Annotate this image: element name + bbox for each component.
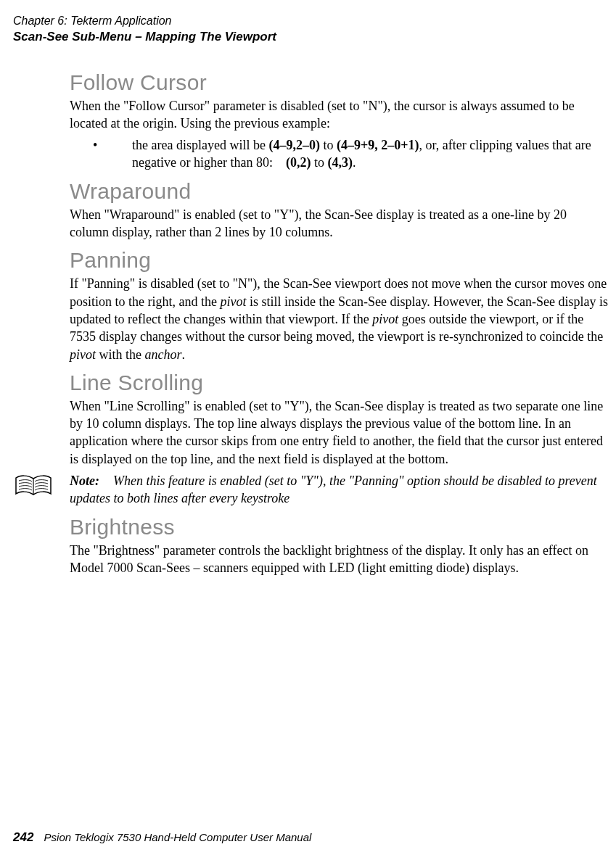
book-title: Psion Teklogix 7530 Hand-Held Computer U… xyxy=(44,831,312,843)
note-block: Note:When this feature is enabled (set t… xyxy=(13,472,608,508)
note-text: When this feature is enabled (set to "Y"… xyxy=(70,474,597,505)
running-head-chapter: Chapter 6: Tekterm Application xyxy=(13,13,608,29)
text-fragment: the area displayed will be xyxy=(132,138,268,152)
italic-anchor: anchor xyxy=(145,347,182,362)
text-fragment: . xyxy=(353,155,356,170)
bold-coords-3: (0,2) xyxy=(286,155,311,170)
page-number: 242 xyxy=(13,830,33,844)
bullet-text: the area displayed will be (4–9,2–0) to … xyxy=(132,136,608,172)
bold-coords-2: (4–9+9, 2–0+1) xyxy=(337,138,419,152)
running-head-section: Scan-See Sub-Menu – Mapping The Viewport xyxy=(13,29,608,46)
para-line-scrolling-1: When "Line Scrolling" is enabled (set to… xyxy=(70,397,608,468)
italic-pivot-1: pivot xyxy=(220,294,246,309)
heading-follow-cursor: Follow Cursor xyxy=(70,70,608,94)
para-panning-1: If "Panning" is disabled (set to "N"), t… xyxy=(70,275,608,363)
note-body: Note:When this feature is enabled (set t… xyxy=(70,472,608,508)
italic-pivot-2: pivot xyxy=(372,312,398,326)
content-column: Follow Cursor When the "Follow Cursor" p… xyxy=(70,70,608,577)
bullet-item: • the area displayed will be (4–9,2–0) t… xyxy=(70,136,608,172)
text-fragment: to xyxy=(320,138,337,152)
para-brightness-1: The "Brightness" parameter controls the … xyxy=(70,542,608,577)
page-root: Chapter 6: Tekterm Application Scan-See … xyxy=(0,0,608,868)
text-fragment: with the xyxy=(96,347,145,362)
para-follow-cursor-1: When the "Follow Cursor" parameter is di… xyxy=(70,97,608,133)
heading-line-scrolling: Line Scrolling xyxy=(70,371,608,394)
italic-pivot-3: pivot xyxy=(70,347,96,362)
page-footer: 242 Psion Teklogix 7530 Hand-Held Comput… xyxy=(13,830,311,846)
bold-coords-1: (4–9,2–0) xyxy=(268,138,320,152)
heading-wraparound: Wraparound xyxy=(70,179,608,203)
text-fragment: to xyxy=(311,155,327,170)
bold-coords-4: (4,3) xyxy=(327,155,353,170)
heading-panning: Panning xyxy=(70,248,608,272)
heading-brightness: Brightness xyxy=(70,515,608,539)
note-label: Note: xyxy=(70,472,113,489)
para-wraparound-1: When "Wraparound" is enabled (set to "Y"… xyxy=(70,206,608,241)
text-fragment: . xyxy=(182,347,186,362)
note-book-icon xyxy=(13,472,70,500)
bullet-marker: • xyxy=(70,136,132,172)
